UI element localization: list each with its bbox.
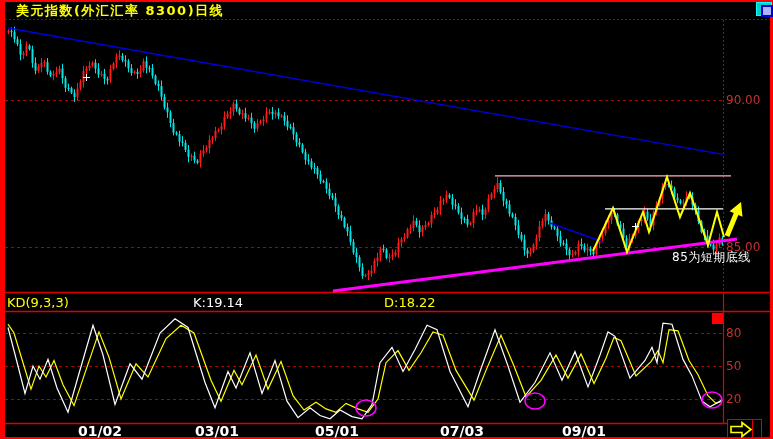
date-axis-label: 01/02: [78, 424, 122, 438]
window-title: 美元指数(外汇汇率 8300)日线: [16, 2, 224, 20]
price-axis-label: 85.00: [726, 241, 760, 253]
chart-app-window: 美元指数(外汇汇率 8300)日线 KD(9,3,3) K:19.14 D:18…: [0, 0, 773, 439]
price-axis-label: 90.00: [726, 94, 760, 106]
red-square-marker: [712, 313, 723, 324]
kd-axis-label: 20: [726, 393, 741, 405]
window-restore-icon[interactable]: [756, 2, 772, 16]
date-axis-label: 05/01: [315, 424, 359, 438]
date-axis-label: 03/01: [195, 424, 239, 438]
kd-d-value: D:18.22: [384, 296, 436, 309]
kd-axis-label: 80: [726, 327, 741, 339]
arrow-right-icon: [729, 421, 753, 438]
kd-indicator-label: KD(9,3,3): [7, 296, 69, 309]
next-page-button[interactable]: [727, 419, 762, 438]
date-axis-label: 09/01: [562, 424, 606, 438]
date-axis-label: 07/03: [440, 424, 484, 438]
kd-axis-label: 50: [726, 360, 741, 372]
kd-k-value: K:19.14: [193, 296, 243, 309]
window-restore-icon-inner: [761, 5, 773, 17]
next-button-divider: [752, 420, 753, 437]
candlestick-and-kd-chart-canvas[interactable]: [0, 0, 773, 439]
